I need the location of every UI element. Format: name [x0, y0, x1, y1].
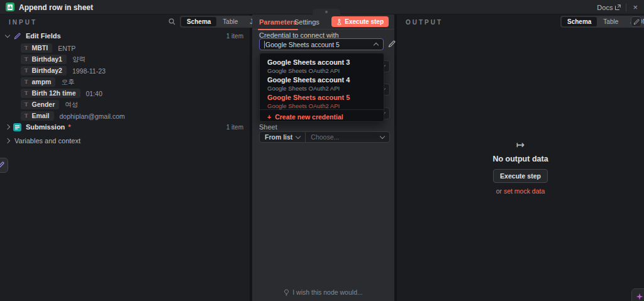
schema-field-birthday1[interactable]: TBirthday1 양력: [21, 55, 86, 64]
execute-step-secondary-button[interactable]: Execute step: [493, 169, 548, 183]
sheet-combo: From list Choose...: [259, 131, 390, 143]
schema-field-gender[interactable]: TGender 여성: [21, 100, 78, 109]
schema-field-mbti[interactable]: TMBTI ENTP: [21, 43, 75, 53]
maps-to-icon: ↦: [397, 139, 644, 151]
required-marker: *: [68, 123, 70, 131]
output-empty-state: ↦ No output data Execute step or set moc…: [397, 139, 644, 195]
option-subtitle: Google Sheets OAuth2 API: [267, 102, 376, 109]
credential-value: Google Sheets account 5: [264, 41, 340, 48]
string-type-icon: T: [25, 56, 28, 62]
external-link-icon: [615, 4, 621, 10]
input-view-table[interactable]: Table: [217, 17, 243, 26]
node-title: Append row in sheet: [19, 3, 93, 12]
google-sheets-icon: [6, 3, 14, 11]
field-value: 여성: [65, 101, 78, 109]
credential-option-5-selected[interactable]: Google Sheets account 5 Google Sheets OA…: [260, 94, 384, 109]
field-name: ampm: [32, 78, 52, 85]
input-node-submission[interactable]: Submission * 1 item: [0, 123, 250, 131]
field-name: Gender: [32, 101, 55, 108]
pencil-icon: [633, 19, 640, 25]
chevron-down-icon: [296, 134, 301, 139]
sheet-mode-select[interactable]: From list: [260, 132, 306, 142]
credential-option-4[interactable]: Google Sheets account 4 Google Sheets OA…: [260, 76, 384, 92]
option-subtitle: Google Sheets OAuth2 API: [267, 85, 376, 92]
sheet-label: Sheet: [259, 123, 277, 131]
string-type-icon: T: [25, 90, 28, 96]
sheet-choose-select[interactable]: Choose...: [306, 133, 389, 141]
schema-field-email[interactable]: TEmail dophiplan@gmail.com: [21, 111, 125, 121]
string-type-icon: T: [25, 112, 28, 119]
create-new-credential[interactable]: +Create new credential: [267, 113, 343, 121]
lightbulb-icon: [284, 289, 289, 296]
edit-fields-node-icon: [13, 32, 21, 40]
execute-step-button[interactable]: Execute step: [331, 16, 389, 27]
search-icon[interactable]: [169, 18, 175, 25]
output-panel: OUTPUT Schema Table JSON ↦ No output dat…: [397, 14, 644, 301]
floating-node-button[interactable]: [0, 158, 8, 173]
tab-settings[interactable]: Settings: [294, 18, 319, 26]
input-view-schema[interactable]: Schema: [181, 17, 216, 26]
parameters-panel: Parameters Settings Execute step Credent…: [252, 14, 394, 301]
titlebar-separator: [626, 4, 626, 11]
input-panel-title: INPUT: [9, 19, 37, 26]
input-node-edit-fields[interactable]: Edit Fields 1 item: [0, 31, 250, 40]
close-icon[interactable]: ×: [631, 3, 639, 11]
or-text: or: [496, 187, 502, 195]
output-view-table[interactable]: Table: [597, 17, 624, 26]
field-value: ENTP: [58, 45, 75, 52]
field-value: 1998-11-23: [72, 67, 106, 75]
option-subtitle: Google Sheets OAuth2 API: [267, 67, 376, 74]
node-feedback-hint[interactable]: I wish this node would...: [252, 288, 394, 296]
string-type-icon: T: [25, 45, 28, 51]
set-mock-data-link[interactable]: set mock data: [504, 187, 545, 195]
node-label: Edit Fields: [26, 32, 61, 40]
output-panel-title: OUTPUT: [406, 19, 443, 26]
sheet-mode-value: From list: [265, 133, 292, 141]
chevron-up-icon: [374, 43, 379, 48]
edit-credential-icon[interactable]: [388, 40, 396, 48]
field-value: dophiplan@gmail.com: [60, 112, 125, 120]
node-detail-view: Append row in sheet Docs × INPUT Schema …: [0, 0, 644, 301]
option-title: Google Sheets account 3: [267, 58, 376, 66]
item-count: 1 item: [226, 33, 243, 40]
no-output-title: No output data: [397, 155, 644, 163]
schema-field-birthday2[interactable]: TBirthday2 1998-11-23: [21, 66, 106, 75]
output-view-schema[interactable]: Schema: [562, 17, 597, 26]
item-count: 1 item: [226, 124, 243, 131]
chevron-right-icon: [5, 138, 10, 143]
chevron-right-icon: [5, 124, 10, 129]
ai-sparkle-icon: [636, 293, 643, 300]
field-name: Email: [32, 112, 50, 119]
string-type-icon: T: [25, 101, 28, 107]
string-type-icon: T: [25, 79, 28, 85]
field-value: 오후: [61, 78, 74, 87]
field-value: 양력: [72, 55, 86, 64]
variables-and-context-row[interactable]: Variables and context: [0, 136, 250, 145]
dropdown-divider: [260, 109, 384, 110]
flask-icon: [336, 19, 342, 25]
option-title: Google Sheets account 4: [267, 76, 376, 84]
docs-link[interactable]: Docs: [597, 4, 621, 11]
execute-step-label: Execute step: [345, 18, 384, 25]
credential-select[interactable]: Google Sheets account 5: [259, 38, 384, 50]
plus-icon: +: [267, 113, 271, 121]
field-name: MBTI: [32, 44, 48, 52]
edit-output-button[interactable]: [631, 16, 641, 27]
wish-hint-label: I wish this node would...: [292, 288, 362, 296]
node-label: Submission: [26, 123, 65, 131]
docs-label: Docs: [597, 4, 613, 11]
field-name: Birthday1: [32, 55, 62, 63]
chevron-down-icon: [5, 33, 10, 38]
create-credential-label: Create new credential: [275, 113, 343, 121]
field-value: 01:40: [86, 90, 103, 97]
credential-option-3[interactable]: Google Sheets account 3 Google Sheets OA…: [260, 58, 384, 74]
option-title: Google Sheets account 5: [267, 94, 376, 101]
schema-field-ampm[interactable]: Tampm 오후: [21, 77, 74, 87]
field-name: Birthday2: [32, 67, 62, 74]
ai-assistant-button[interactable]: [631, 288, 644, 301]
string-type-icon: T: [25, 67, 28, 74]
tab-parameters[interactable]: Parameters: [259, 18, 297, 26]
variables-label: Variables and context: [14, 137, 80, 145]
schema-field-birth-12h-time[interactable]: TBirth 12h time 01:40: [21, 89, 103, 98]
credential-dropdown: Google Sheets account 3 Google Sheets OA…: [259, 53, 384, 122]
